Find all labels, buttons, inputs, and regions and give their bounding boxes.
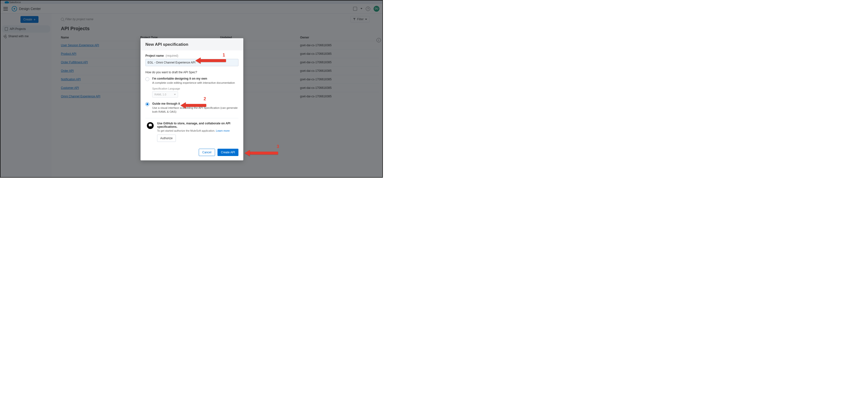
draft-question: How do you want to draft the API Spec? [146, 71, 239, 74]
radio-icon [146, 77, 149, 81]
spec-lang-value: RAML 1.0 [154, 93, 166, 96]
github-title: Use GitHub to store, manage, and collabo… [157, 122, 237, 129]
project-name-input[interactable] [146, 59, 239, 66]
spec-lang-dropdown[interactable]: RAML 1.0 [152, 91, 178, 98]
github-sub-prefix: To get started authorize the MuleSoft ap… [157, 129, 216, 132]
radio-option-guide-title: Guide me through it [152, 102, 239, 105]
learn-more-link[interactable]: Learn more [216, 129, 230, 132]
github-icon [147, 122, 154, 129]
authorize-button[interactable]: Authorize [157, 135, 176, 142]
new-api-spec-modal: New API specification Project name (requ… [141, 38, 243, 160]
create-api-button[interactable]: Create API [217, 149, 239, 156]
radio-option-own-sub: A complete code editing experience with … [152, 81, 239, 85]
radio-option-own[interactable]: I'm comfortable designing it on my own A… [146, 77, 239, 85]
project-name-required: (required) [165, 54, 178, 58]
github-section: Use GitHub to store, manage, and collabo… [146, 122, 239, 142]
modal-footer: Cancel Create API [141, 145, 243, 160]
cancel-button[interactable]: Cancel [199, 149, 215, 156]
annotation-label-3: 3 [277, 144, 279, 149]
radio-option-guide[interactable]: Guide me through it Use a visual interfa… [146, 102, 239, 114]
spec-lang-label: Specification Language [152, 87, 239, 90]
modal-body: Project name (required) How do you want … [141, 50, 243, 145]
annotation-label-2: 2 [204, 96, 206, 101]
project-name-label: Project name [146, 54, 164, 58]
radio-icon [146, 102, 149, 106]
github-subtitle: To get started authorize the MuleSoft ap… [157, 129, 237, 132]
app-window: Salesforce Design Center ? DU Create + A… [0, 0, 383, 178]
modal-title: New API specification [146, 42, 239, 47]
chevron-down-icon [174, 94, 176, 95]
radio-option-own-title: I'm comfortable designing it on my own [152, 77, 239, 80]
radio-option-guide-sub: Use a visual interface scaffolding the A… [152, 106, 239, 114]
modal-header: New API specification [141, 38, 243, 50]
annotation-label-1: 1 [223, 53, 225, 58]
